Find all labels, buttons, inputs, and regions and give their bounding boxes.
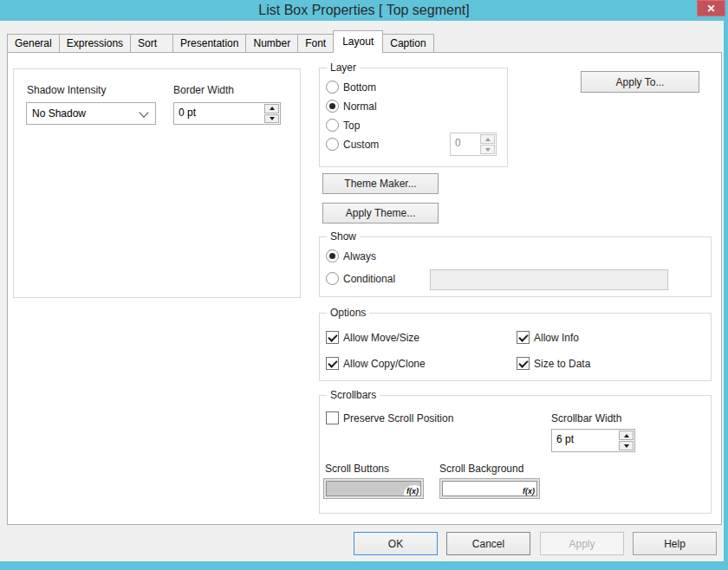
fx-expression-icon: f(x) <box>523 487 535 496</box>
options-group-title: Options <box>327 307 369 319</box>
tab-strip: General Expressions Sort Presentation Nu… <box>7 30 433 53</box>
title-bar: List Box Properties [ Top segment] <box>0 0 728 21</box>
tab-expressions[interactable]: Expressions <box>59 34 131 53</box>
custom-layer-spinner[interactable]: 0 <box>450 133 497 156</box>
checkbox-checked-icon[interactable] <box>517 331 530 344</box>
layer-option-bottom-label: Bottom <box>343 81 376 94</box>
tab-caption[interactable]: Caption <box>382 34 433 53</box>
spin-down-button[interactable] <box>480 145 495 154</box>
triangle-down-icon <box>485 148 491 152</box>
shadow-intensity-label: Shadow Intensity <box>27 84 106 96</box>
tab-font[interactable]: Font <box>297 34 334 53</box>
scroll-buttons-label: Scroll Buttons <box>325 463 389 475</box>
allow-copy-clone-checkbox-row[interactable]: Allow Copy/Clone <box>326 357 426 370</box>
spin-down-button[interactable] <box>264 114 279 124</box>
allow-info-label: Allow Info <box>534 332 579 344</box>
layer-option-top-label: Top <box>343 120 360 132</box>
layer-option-bottom[interactable]: Bottom <box>326 81 376 94</box>
show-option-always[interactable]: Always <box>326 249 376 262</box>
radio-icon[interactable] <box>326 119 339 132</box>
triangle-up-icon <box>624 434 629 437</box>
checkbox-checked-icon[interactable] <box>326 331 339 344</box>
tab-general[interactable]: General <box>7 34 60 53</box>
layer-option-custom-label: Custom <box>343 139 379 151</box>
allow-info-checkbox-row[interactable]: Allow Info <box>517 331 579 344</box>
spin-up-button[interactable] <box>264 104 279 113</box>
tab-presentation[interactable]: Presentation <box>172 34 246 53</box>
layer-option-normal-label: Normal <box>343 100 377 113</box>
close-button[interactable]: ✕ <box>697 0 725 16</box>
tab-sort[interactable]: Sort <box>130 34 173 53</box>
checkbox-unchecked-icon[interactable] <box>326 411 339 424</box>
border-width-spinner[interactable]: 0 pt <box>173 102 281 125</box>
apply-button[interactable]: Apply <box>540 532 624 555</box>
theme-maker-button[interactable]: Theme Maker... <box>322 173 439 194</box>
tab-number[interactable]: Number <box>245 34 298 53</box>
spin-column <box>263 103 280 124</box>
show-group-title: Show <box>327 230 360 243</box>
apply-theme-button[interactable]: Apply Theme... <box>322 203 439 223</box>
border-width-value: 0 pt <box>174 103 263 124</box>
layer-group: Layer Bottom Normal Top Custom 0 <box>319 68 508 167</box>
scrollbar-width-value: 6 pt <box>552 430 618 451</box>
apply-to-button[interactable]: Apply To... <box>581 71 699 93</box>
scroll-buttons-color-button[interactable]: f(x) <box>323 478 424 499</box>
layout-tab-panel: Shadow Intensity No Shadow Border Width … <box>7 52 722 525</box>
checkbox-checked-icon[interactable] <box>326 357 339 370</box>
show-option-conditional[interactable]: Conditional <box>326 272 395 285</box>
custom-layer-value: 0 <box>451 133 479 155</box>
show-conditional-label: Conditional <box>343 273 395 285</box>
options-group: Options Allow Move/Size Allow Info Allow… <box>319 313 712 381</box>
allow-move-size-checkbox-row[interactable]: Allow Move/Size <box>326 331 419 344</box>
scrollbar-width-spinner[interactable]: 6 pt <box>551 429 635 452</box>
shadow-intensity-dropdown[interactable]: No Shadow <box>26 102 156 125</box>
layer-group-title: Layer <box>327 62 360 74</box>
layer-option-normal[interactable]: Normal <box>326 100 377 113</box>
allow-copy-clone-label: Allow Copy/Clone <box>343 358 426 370</box>
layer-option-custom[interactable]: Custom <box>326 138 379 151</box>
spin-up-button[interactable] <box>619 431 634 440</box>
border-shadow-group: Shadow Intensity No Shadow Border Width … <box>13 68 301 298</box>
shadow-intensity-value: No Shadow <box>32 107 86 120</box>
border-width-label: Border Width <box>173 84 234 96</box>
show-group: Show Always Conditional <box>319 236 712 297</box>
layer-option-top[interactable]: Top <box>326 119 360 132</box>
radio-selected-icon[interactable] <box>326 249 339 262</box>
radio-icon[interactable] <box>326 272 339 285</box>
conditional-expression-field[interactable] <box>430 269 668 290</box>
scroll-background-color-button[interactable]: f(x) <box>439 478 540 499</box>
scrollbar-width-label: Scrollbar Width <box>551 412 621 424</box>
radio-icon[interactable] <box>326 81 339 94</box>
preserve-scroll-label: Preserve Scroll Position <box>343 412 453 424</box>
triangle-down-icon <box>624 444 629 448</box>
window-title: List Box Properties [ Top segment] <box>0 0 728 21</box>
close-icon: ✕ <box>706 3 715 15</box>
window-border-bottom <box>0 561 728 570</box>
spin-column <box>618 430 634 451</box>
scroll-background-label: Scroll Background <box>439 463 523 475</box>
radio-selected-icon[interactable] <box>326 100 339 113</box>
cancel-button[interactable]: Cancel <box>446 532 530 555</box>
ok-button[interactable]: OK <box>354 532 438 555</box>
spin-column <box>479 133 496 155</box>
triangle-up-icon <box>485 138 491 141</box>
checkbox-checked-icon[interactable] <box>517 357 530 370</box>
help-button[interactable]: Help <box>633 532 717 555</box>
window-border-right <box>724 21 728 570</box>
triangle-down-icon <box>270 117 275 120</box>
scrollbars-group: Scrollbars Preserve Scroll Position Scro… <box>319 395 712 514</box>
spin-up-button[interactable] <box>480 134 495 144</box>
tab-layout[interactable]: Layout <box>333 30 383 53</box>
size-to-data-checkbox-row[interactable]: Size to Data <box>517 357 590 370</box>
preserve-scroll-checkbox-row[interactable]: Preserve Scroll Position <box>326 411 453 424</box>
chevron-down-icon <box>139 107 148 117</box>
allow-move-size-label: Allow Move/Size <box>343 332 419 344</box>
spin-down-button[interactable] <box>619 441 634 450</box>
color-swatch: f(x) <box>326 481 421 496</box>
show-always-label: Always <box>343 250 376 262</box>
size-to-data-label: Size to Data <box>534 358 590 370</box>
scrollbars-group-title: Scrollbars <box>327 389 380 401</box>
fx-expression-icon: f(x) <box>406 487 419 496</box>
radio-icon[interactable] <box>326 138 339 151</box>
triangle-up-icon <box>270 107 275 110</box>
